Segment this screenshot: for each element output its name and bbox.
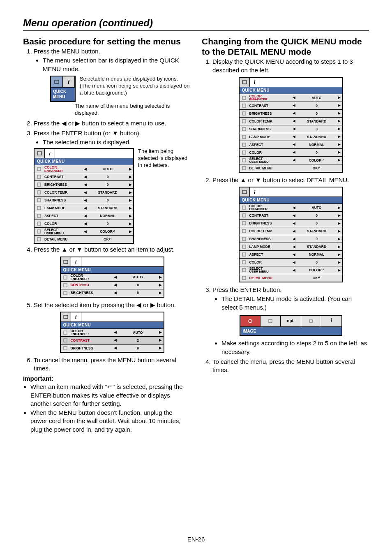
menu-row: BRIGHTNESS◀0▶ [35,181,133,189]
menu-row-icon [61,345,70,352]
menu-row-label: DETAIL MENU [44,236,82,243]
menu-row-label: COLOR TEMP. [249,227,291,235]
quick-menu-partial-a: i QUICK MENU COLORENHANCER◀AUTO▶CONTRAST… [60,257,164,298]
menu-tab-icon [61,257,71,266]
menu-row-label: SELECTUSER MENU [249,157,291,164]
menu-row-value: 0 [118,345,158,352]
arrow-right-icon: ▶ [127,204,133,212]
menu-row-icon [240,164,249,172]
svg-rect-29 [242,159,246,162]
detail-tab-opt: opt. [281,316,301,326]
menu-row-label: SHARPNESS [249,235,291,243]
left-sub-1: The menu selection bar is displayed in t… [43,56,190,73]
menu-row: ASPECT◀NORMAL▶ [240,251,342,259]
svg-rect-27 [242,143,246,146]
menu-row-icon [35,173,44,180]
menu-tab-info-icon: i [250,187,260,197]
svg-rect-6 [37,199,41,202]
arrow-right-icon: ▶ [158,274,164,281]
menu-row-value: 0 [88,220,127,227]
menu-row-icon [35,228,44,235]
svg-rect-16 [64,315,68,319]
menu-header: QUICK MENU [240,197,342,204]
arrow-left-icon: ◀ [291,220,297,227]
arrow-right-icon: ▶ [158,289,164,297]
menu-row: CONTRAST◀0▶ [35,173,133,181]
menu-rows: COLORENHANCER◀AUTO▶CONTRAST◀2▶BRIGHTNESS… [61,329,164,352]
svg-rect-40 [242,268,246,272]
arrow-left-icon: ◀ [82,181,88,188]
menu-row: DETAIL MENUOK ↵ [240,274,342,282]
arrow-left-icon: ◀ [291,204,297,211]
detail-tab-icon [261,316,281,326]
arrow-right-icon: ▶ [127,212,133,220]
menu-row: CONTRAST◀0▶ [240,102,342,110]
menu-row-icon [240,204,249,211]
menu-row: COLOR◀0▶ [240,259,342,266]
menu-row: BRIGHTNESS◀0▶ [61,345,164,352]
menu-header: QUICK MENU [240,87,342,94]
detail-menu-tabs: opt. i IMAGE [240,315,342,336]
arrow-right-icon: ▶ [127,220,133,227]
callout-selectable-menus: Selectable menus are displayed by icons.… [80,76,190,97]
menu-row-icon [61,274,70,281]
arrow-left-icon: ◀ [82,189,88,196]
menu-row-label: COLORENHANCER [70,329,113,336]
menu-row: COLORENHANCER◀AUTO▶ [61,329,164,337]
arrow-left-icon [291,274,297,282]
menu-row-label: SELECTUSER MENU [249,266,291,274]
menu-row-icon [240,94,249,102]
menu-row-label: CONTRAST [44,173,82,180]
menu-row-label: BRIGHTNESS [44,181,82,188]
menu-row-label: LAMP MODE [44,204,82,212]
menu-row-icon [35,181,44,188]
menu-selection-bar: i QUICK MENU [50,76,76,102]
step-text: Press the MENU button. [34,48,100,55]
arrow-left-icon: ◀ [113,329,118,336]
arrow-right-icon: ▶ [337,149,342,156]
menu-row-label: CONTRAST [249,212,291,219]
arrow-left-icon: ◀ [291,110,297,117]
svg-rect-9 [37,222,41,225]
menu-row: SELECTUSER MENU◀COLOR ↵▶ [35,228,133,236]
menu-row-value: STANDARD [297,133,337,141]
important-note-1: When an item marked with "↵" is selected… [30,383,190,408]
arrow-left-icon: ◀ [291,133,297,141]
arrow-left-icon [291,164,297,172]
menu-row-value: 0 [297,149,337,156]
menu-row-icon [240,266,249,274]
svg-rect-15 [64,291,67,295]
menu-row-value: AUTO [297,204,337,211]
detail-tab-label: IMAGE [240,327,342,336]
menu-row-value: STANDARD [297,227,337,235]
menu-row-label: SHARPNESS [44,197,82,204]
arrow-right-icon: ▶ [337,212,342,219]
arrow-right-icon: ▶ [337,118,342,125]
svg-rect-2 [37,167,41,171]
svg-rect-20 [242,81,247,84]
menu-row-label: DETAIL MENU [249,164,291,172]
svg-rect-18 [64,339,67,342]
menu-row-value: NORMAL [297,141,337,148]
menu-row-value: 0 [297,220,337,227]
menu-row: COLOR◀0▶ [240,149,342,157]
left-step-6: To cancel the menu, press the MENU butto… [34,356,190,373]
arrow-right-icon: ▶ [337,227,342,235]
svg-rect-4 [37,183,41,186]
arrow-right-icon: ▶ [158,345,164,352]
menu-row-value: 0 [297,259,337,266]
menu-rows: COLORENHANCER◀AUTO▶CONTRAST◀0▶BRIGHTNESS… [240,94,342,172]
quick-menu-partial-b: i QUICK MENU COLORENHANCER◀AUTO▶CONTRAST… [60,312,164,353]
menu-tab-info-icon: i [71,257,81,266]
step-text: Press the ENTER button (or ▼ button). [34,130,141,136]
menu-row-label: COLORENHANCER [70,274,113,281]
menu-row-value: STANDARD [297,243,337,250]
quick-menu-right-1: i QUICK MENU COLORENHANCER◀AUTO▶CONTRAST… [239,77,343,173]
arrow-right-icon [337,274,342,282]
menu-row-icon [35,204,44,212]
menu-row: COLORENHANCER◀AUTO▶ [61,274,164,282]
arrow-right-icon [127,236,133,243]
right-sub-3a: The DETAIL MENU mode is activated. (You … [221,295,369,312]
detail-tab-info-icon: i [321,316,341,326]
svg-rect-17 [64,331,67,334]
